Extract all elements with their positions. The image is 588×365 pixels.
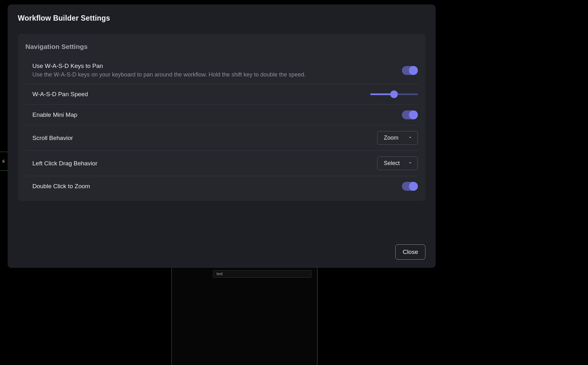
background-node-fragment-bottom: text	[171, 267, 317, 365]
setting-row-left-click-drag: Left Click Drag Behavior Select	[25, 151, 418, 176]
setting-row-wasd-pan: Use W-A-S-D Keys to Pan Use the W-A-S-D …	[25, 59, 418, 84]
setting-row-text: Double Click to Zoom	[32, 183, 396, 190]
modal-title: Workflow Builder Settings	[18, 14, 425, 23]
background-node-field: text	[213, 270, 311, 278]
left-click-drag-value: Select	[384, 160, 400, 167]
section-title: Navigation Settings	[25, 43, 418, 50]
wasd-pan-description: Use the W-A-S-D keys on your keyboard to…	[32, 71, 396, 78]
left-click-drag-label: Left Click Drag Behavior	[32, 160, 371, 167]
setting-row-control	[402, 110, 418, 119]
wasd-pan-toggle[interactable]	[402, 66, 418, 75]
setting-row-scroll-behavior: Scroll Behavior Zoom	[25, 125, 418, 151]
toggle-knob	[409, 110, 418, 119]
setting-row-mini-map: Enable Mini Map	[25, 105, 418, 125]
double-click-zoom-toggle[interactable]	[402, 182, 418, 191]
chevron-down-icon	[408, 135, 412, 141]
mini-map-toggle[interactable]	[402, 110, 418, 119]
wasd-speed-label: W-A-S-D Pan Speed	[32, 91, 364, 98]
close-button[interactable]: Close	[395, 244, 425, 260]
setting-row-double-click-zoom: Double Click to Zoom	[25, 176, 418, 192]
chevron-down-icon	[408, 160, 412, 167]
settings-rows: Use W-A-S-D Keys to Pan Use the W-A-S-D …	[25, 59, 418, 192]
setting-row-control	[402, 66, 418, 75]
slider-knob	[390, 90, 398, 98]
setting-row-wasd-speed: W-A-S-D Pan Speed	[25, 84, 418, 105]
wasd-pan-label: Use W-A-S-D Keys to Pan	[32, 63, 396, 70]
double-click-zoom-label: Double Click to Zoom	[32, 183, 396, 190]
settings-modal: Workflow Builder Settings Navigation Set…	[8, 4, 436, 268]
scroll-behavior-value: Zoom	[384, 135, 398, 141]
setting-row-control: Select	[377, 156, 418, 170]
mini-map-label: Enable Mini Map	[32, 111, 396, 118]
setting-row-text: Scroll Behavior	[32, 135, 371, 142]
setting-row-control: Zoom	[377, 131, 418, 145]
left-click-drag-select[interactable]: Select	[377, 156, 418, 170]
setting-row-control	[370, 90, 418, 99]
scroll-behavior-select[interactable]: Zoom	[377, 131, 418, 145]
setting-row-text: Enable Mini Map	[32, 111, 396, 118]
navigation-settings-section: Navigation Settings Use W-A-S-D Keys to …	[18, 34, 425, 201]
setting-row-text: W-A-S-D Pan Speed	[32, 91, 364, 98]
wasd-speed-slider[interactable]	[370, 90, 418, 99]
setting-row-text: Left Click Drag Behavior	[32, 160, 371, 167]
background-node-left-text: E	[3, 159, 5, 163]
toggle-knob	[409, 66, 418, 75]
setting-row-text: Use W-A-S-D Keys to Pan Use the W-A-S-D …	[32, 63, 396, 78]
scroll-behavior-label: Scroll Behavior	[32, 135, 371, 142]
toggle-knob	[409, 182, 418, 191]
setting-row-control	[402, 182, 418, 191]
modal-footer: Close	[18, 244, 425, 260]
